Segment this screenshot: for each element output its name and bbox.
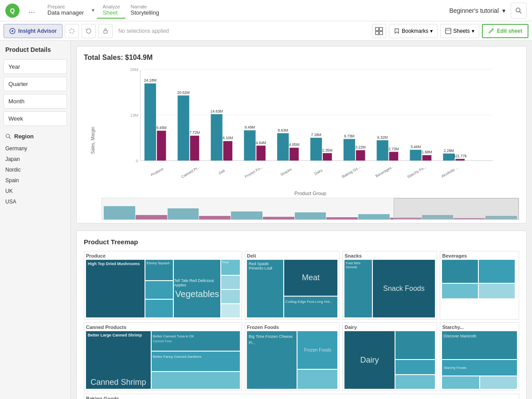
svg-rect-69 [455,159,465,160]
dairy-treemap: Dairy [344,331,435,389]
svg-rect-64 [422,155,432,160]
svg-rect-7 [379,27,383,31]
svg-rect-67 [443,153,454,160]
edit-sheet-label: Edit sheet [497,28,522,34]
svg-text:2.28M: 2.28M [444,149,454,153]
svg-text:Deli: Deli [218,168,226,176]
prepare-section: Prepare Data manager ▾ [42,2,97,19]
svg-rect-54 [356,150,365,160]
svg-text:14.63M: 14.63M [211,109,223,113]
dairy-big-label: Dairy [360,356,379,365]
region-nordic[interactable]: Nordic [4,164,67,175]
filter-month[interactable]: Month [4,94,67,109]
svg-rect-24 [157,131,166,160]
pencil-icon [488,28,494,34]
prepare-dropdown[interactable]: ▾ [89,2,97,19]
region-list: Germany Japan Nordic Spain UK USA [4,143,67,207]
svg-text:24.18M: 24.18M [144,78,156,82]
starchy-label: Starchy... [442,325,517,330]
svg-text:2.73M: 2.73M [388,147,399,151]
frozen-foods-label2: Frozen Foods [304,348,331,352]
svg-text:7.18M: 7.18M [311,133,321,137]
region-usa[interactable]: USA [4,196,67,207]
lasso-tool-button[interactable] [65,24,79,38]
svg-text:Starchy Fo...: Starchy Fo... [407,164,427,179]
region-label: Region [14,133,34,140]
grid-view-button[interactable] [372,24,386,38]
bookmark-icon [394,28,400,34]
chart-title: Total Sales: $104.9M [84,54,519,62]
svg-text:3.22M: 3.22M [356,145,366,149]
search-icon [515,7,522,14]
svg-text:9.49M: 9.49M [245,125,255,129]
beverages-label: Beverages [442,253,517,258]
analyze-nav[interactable]: Analyze Sheet [97,2,125,19]
reset-button[interactable] [82,24,96,38]
nav-dots-menu[interactable]: ... [28,6,35,15]
region-spain[interactable]: Spain [4,175,67,186]
produce-section: Produce High Top Dried Mushrooms Ebony S… [84,251,242,320]
edit-sheet-button[interactable]: Edit sheet [482,24,528,38]
produce-telltale: Tell Tale Red Delicious Apples [174,278,220,287]
svg-text:Baking Go...: Baking Go... [341,165,361,179]
chevron-down-icon: ▾ [502,7,505,14]
svg-text:2.35M: 2.35M [322,148,332,153]
prepare-nav[interactable]: Prepare Data manager [42,2,89,19]
insight-label: Insight Advisor [18,28,57,34]
narrate-title: Storytelling [131,9,159,16]
svg-rect-44 [289,148,299,160]
narrate-nav[interactable]: Narrate Storytelling [125,2,164,19]
svg-rect-59 [389,152,399,161]
sheets-chevron: ▾ [472,28,474,34]
beverages-section: Beverages [440,251,519,320]
qlik-logo[interactable]: Q [5,4,20,18]
svg-rect-57 [377,140,388,160]
region-section-header[interactable]: Region [4,133,67,140]
sheets-button[interactable]: Sheets ▾ [440,24,479,38]
bookmarks-chevron: ▾ [430,28,433,34]
canned-sardines: Better Fancy Canned Sardines [153,355,201,359]
chart-scrollbar[interactable] [102,198,519,220]
dairy-section: Dairy Dairy [342,322,437,391]
svg-rect-6 [376,27,379,31]
baking-goods-label: Baking Goods [86,396,517,399]
filter-quarter[interactable]: Quarter [4,77,67,91]
deli-treemap: Red Spade Pimento Loaf Meat Cutting Edge… [247,260,337,317]
region-uk[interactable]: UK [4,186,67,196]
svg-text:1.68M: 1.68M [422,150,432,154]
lock-button[interactable] [98,24,113,38]
qlik-icon: Q [5,4,20,18]
deli-section: Deli Red Spade Pimento Loaf Meat Cutting… [245,251,340,320]
deli-meat-label: Meat [302,273,320,282]
svg-rect-10 [446,28,451,34]
tutorial-name: Beginner's tutorial [449,7,499,14]
tutorial-selector[interactable]: Beginner's tutorial ▾ [449,7,505,14]
frozen-foods-section: Frozen Foods Big Time Frozen Cheese Pi..… [245,322,340,391]
filter-year[interactable]: Year [4,59,67,74]
svg-rect-47 [310,138,322,160]
starchy-treemap: Discover Manicotti Starchy Foods [442,331,517,389]
bookmarks-button[interactable]: Bookmarks ▾ [389,24,438,38]
svg-text:13M: 13M [130,113,138,117]
region-japan[interactable]: Japan [4,154,67,164]
svg-rect-29 [190,136,200,160]
filter-week[interactable]: Week [4,111,67,126]
refresh-icon [86,28,92,34]
region-germany[interactable]: Germany [4,143,67,154]
global-search-button[interactable] [511,3,527,19]
svg-rect-5 [104,31,107,33]
deli-label: Deli [247,253,337,258]
insight-advisor-button[interactable]: Insight Advisor [4,24,63,38]
bookmarks-label: Bookmarks [402,28,428,34]
canned-tuna-sub: Canned Tuna [153,340,239,343]
bar-chart-panel: Total Sales: $104.9M Sales, Margin 26M [76,46,527,223]
treemap-grid: Produce High Top Dried Mushrooms Ebony S… [84,251,519,391]
svg-text:8.63M: 8.63M [278,128,288,133]
snacks-donuts: Fast Mini Donuts [346,261,370,269]
svg-text:6.10M: 6.10M [223,136,233,140]
prepare-title: Data manager [47,9,84,16]
svg-rect-8 [376,31,379,35]
produce-label: Produce [86,253,240,258]
grid-icon [375,27,383,35]
baking-goods-section: Baking Goods Landslide White Sugar... [84,394,519,399]
